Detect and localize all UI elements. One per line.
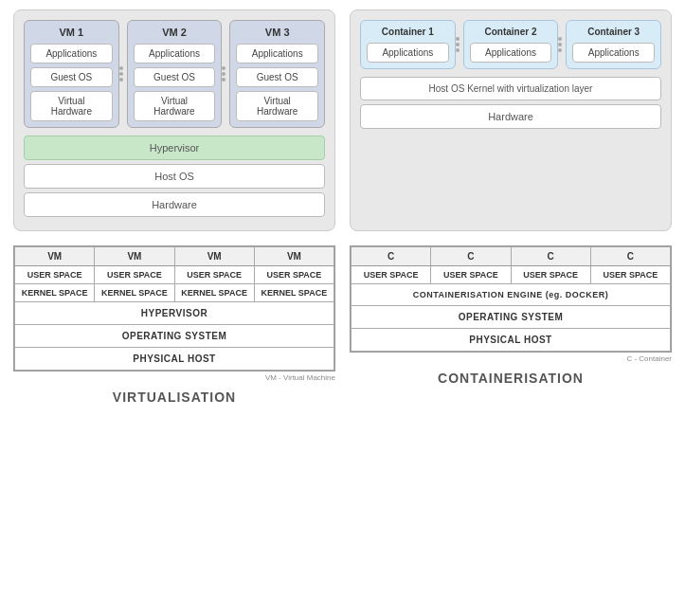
virtualisation-wrapper: VM VM VM VM USER SPACE USER SPACE USER S… xyxy=(13,245,335,405)
c-header-2: C xyxy=(431,247,511,266)
vm-boxes: VM 1 Applications Guest OS Virtual Hardw… xyxy=(24,20,325,128)
container3-title: Container 3 xyxy=(572,27,655,37)
containerisation-label: CONTAINERISATION xyxy=(350,371,672,386)
container3-box: Container 3 Applications xyxy=(566,20,661,69)
host-os-layer: Host OS xyxy=(24,164,325,189)
vm2-title: VM 2 xyxy=(134,27,216,38)
container-diagram: Container 1 Applications Container 2 App… xyxy=(350,9,672,231)
vm-user-space-1: USER SPACE xyxy=(15,266,95,284)
c-user-space-2: USER SPACE xyxy=(431,266,511,284)
os-row: OPERATING SYSTEM xyxy=(15,325,334,348)
virtualisation-table: VM VM VM VM USER SPACE USER SPACE USER S… xyxy=(13,245,335,371)
vm3-hardware: Virtual Hardware xyxy=(236,91,318,121)
container1-title: Container 1 xyxy=(367,27,449,37)
c-user-space-3: USER SPACE xyxy=(511,266,590,284)
vm3-title: VM 3 xyxy=(236,27,318,38)
container1-box: Container 1 Applications xyxy=(360,20,456,69)
containerisation-table: C C C C USER SPACE USER SPACE USER SPACE… xyxy=(350,245,672,353)
vm-header-3: VM xyxy=(174,247,254,266)
c1-dots xyxy=(456,37,460,52)
vm-kernel-space-3: KERNEL SPACE xyxy=(174,284,254,302)
hypervisor-layer: Hypervisor xyxy=(24,136,325,160)
vm-kernel-space-4: KERNEL SPACE xyxy=(254,284,333,302)
vm1-os: Guest OS xyxy=(30,67,113,87)
vm-header-1: VM xyxy=(15,247,95,266)
vm1-hardware: Virtual Hardware xyxy=(30,91,113,121)
container2-apps: Applications xyxy=(470,43,552,63)
vm3-os: Guest OS xyxy=(236,67,318,87)
vm3-box: VM 3 Applications Guest OS Virtual Hardw… xyxy=(229,20,325,128)
virtualisation-label: VIRTUALISATION xyxy=(13,390,335,405)
container2-box: Container 2 Applications xyxy=(463,20,559,69)
c-host-row: PHYSICAL HOST xyxy=(352,329,671,352)
vm-user-space-4: USER SPACE xyxy=(254,266,333,284)
vm3-apps: Applications xyxy=(236,44,318,63)
vm-header-4: VM xyxy=(254,247,333,266)
hardware-layer: Hardware xyxy=(24,192,325,217)
containerisation-wrapper: C C C C USER SPACE USER SPACE USER SPACE… xyxy=(350,245,672,405)
vm-kernel-space-1: KERNEL SPACE xyxy=(15,284,95,302)
c-header-1: C xyxy=(352,247,431,266)
top-section: VM 1 Applications Guest OS Virtual Hardw… xyxy=(9,9,676,231)
kernel-layer: Host OS Kernel with virtualization layer xyxy=(360,77,661,100)
vm1-box: VM 1 Applications Guest OS Virtual Hardw… xyxy=(24,20,119,128)
vm2-dots xyxy=(222,66,225,82)
engine-row: CONTAINERISATION ENGINE (eg. DOCKER) xyxy=(352,284,671,306)
vm-user-space-3: USER SPACE xyxy=(174,266,254,284)
vm1-dots xyxy=(119,66,123,82)
vm-header-2: VM xyxy=(95,247,174,266)
vm-kernel-space-2: KERNEL SPACE xyxy=(95,284,174,302)
c-header-4: C xyxy=(590,247,670,266)
c2-dots xyxy=(558,37,562,52)
main-container: VM 1 Applications Guest OS Virtual Hardw… xyxy=(9,9,676,405)
vm-diagram: VM 1 Applications Guest OS Virtual Hardw… xyxy=(13,9,335,231)
vm2-os: Guest OS xyxy=(134,67,216,87)
c-footnote: C - Container xyxy=(350,354,672,363)
hypervisor-row: HYPERVISOR xyxy=(15,302,334,325)
container-boxes: Container 1 Applications Container 2 App… xyxy=(360,20,661,69)
vm1-apps: Applications xyxy=(30,44,113,63)
container2-title: Container 2 xyxy=(470,27,552,37)
vm-user-space-2: USER SPACE xyxy=(95,266,174,284)
container-hardware-layer: Hardware xyxy=(360,104,661,129)
vm2-apps: Applications xyxy=(134,44,216,63)
container3-apps: Applications xyxy=(572,43,655,63)
c-header-3: C xyxy=(511,247,590,266)
host-row: PHYSICAL HOST xyxy=(15,348,334,371)
vm-footnote: VM - Virtual Machine xyxy=(13,373,335,382)
vm1-title: VM 1 xyxy=(30,27,113,38)
c-user-space-1: USER SPACE xyxy=(352,266,431,284)
c-os-row: OPERATING SYSTEM xyxy=(352,306,671,329)
bottom-section: VM VM VM VM USER SPACE USER SPACE USER S… xyxy=(9,245,676,405)
vm2-hardware: Virtual Hardware xyxy=(134,91,216,121)
vm2-box: VM 2 Applications Guest OS Virtual Hardw… xyxy=(127,20,223,128)
container1-apps: Applications xyxy=(367,43,449,63)
c-user-space-4: USER SPACE xyxy=(590,266,670,284)
